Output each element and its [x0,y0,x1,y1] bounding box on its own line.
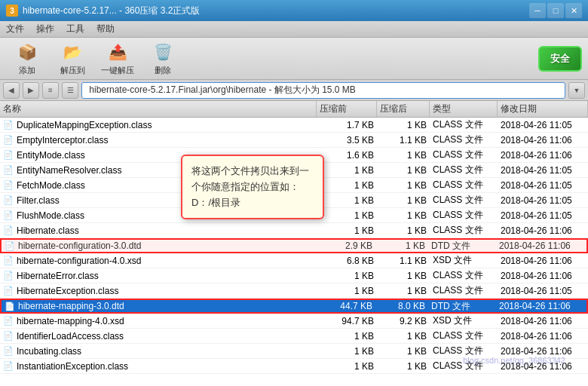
maximize-button[interactable]: □ [547,3,564,18]
file-date: 2018-04-26 11:06 [498,150,588,161]
title-bar: 3 hibernate-core-5.2.17... - 360压缩 3.2正式… [0,0,588,21]
window-controls[interactable]: ─ □ ✕ [529,3,582,18]
list-view-button[interactable]: ≡ [42,82,59,99]
menu-item-tools[interactable]: 工具 [66,23,84,35]
file-size-before: 1 KB [317,271,377,281]
file-size-after: 1.1 KB [377,256,430,266]
minimize-button[interactable]: ─ [529,3,546,18]
file-date: 2018-04-26 11:05 [498,195,588,206]
address-dropdown[interactable]: ▼ [568,82,585,99]
file-size-after: 1 KB [377,120,430,130]
file-icon: 📄 [3,135,14,145]
file-date: 2018-04-26 11:06 [496,240,586,251]
close-button[interactable]: ✕ [565,3,582,18]
file-size-before: 1.6 KB [317,150,377,161]
file-name: 📄 IdentifierLoadAccess.class [0,331,317,342]
file-icon: 📄 [3,331,14,341]
file-size-before: 94.7 KB [317,316,377,326]
delete-icon: 🗑️ [151,41,175,63]
extract-to-label: 解压到 [60,65,85,76]
file-type: CLASS 文件 [430,164,498,176]
add-button[interactable]: 📦 添加 [6,41,48,77]
menu-item-help[interactable]: 帮助 [96,23,115,35]
file-size-before: 1 KB [317,331,377,342]
file-date: 2018-04-26 11:05 [498,210,588,221]
file-name: 📄 hibernate-configuration-4.0.xsd [0,256,317,266]
file-size-after: 1 KB [377,180,430,191]
file-icon: 📄 [3,225,14,235]
file-row[interactable]: 📄 Hibernate.class 1 KB 1 KB CLASS 文件 201… [0,223,588,238]
one-click-extract-icon: 📤 [106,41,130,63]
file-size-after: 1 KB [377,195,430,206]
col-date[interactable]: 修改日期 [498,101,588,117]
file-type: CLASS 文件 [430,224,498,237]
file-date: 2018-04-26 11:06 [496,301,586,311]
file-type: CLASS 文件 [430,179,498,191]
add-icon: 📦 [15,41,39,63]
col-after[interactable]: 压缩后 [377,101,430,117]
file-date: 2018-04-26 11:06 [498,346,588,357]
file-name: 📄 DuplicateMappingException.class [0,120,317,130]
delete-button[interactable]: 🗑️ 删除 [142,41,184,77]
file-row[interactable]: 📄 hibernate-configuration-4.0.xsd 6.8 KB… [0,253,588,268]
toolbar: 📦 添加 📂 解压到 📤 一键解压 🗑️ 删除 安全 [0,38,588,80]
file-type: CLASS 文件 [430,269,498,282]
forward-button[interactable]: ▶ [23,82,39,99]
col-name[interactable]: 名称 [0,101,317,117]
file-row[interactable]: 📄 HibernateError.class 1 KB 1 KB CLASS 文… [0,268,588,283]
file-icon: 📄 [3,346,14,356]
file-size-before: 1 KB [317,195,377,206]
file-row[interactable]: 📄 hibernate-configuration-3.0.dtd 2.9 KB… [0,238,588,253]
file-type: XSD 文件 [430,254,498,267]
extract-to-icon: 📂 [60,41,84,63]
file-row[interactable]: 📄 hibernate-mapping-3.0.dtd 44.7 KB 8.0 … [0,299,588,314]
file-size-before: 3.5 KB [317,135,377,146]
menu-item-file[interactable]: 文件 [6,23,24,35]
file-size-after: 1 KB [377,165,430,176]
file-size-before: 6.8 KB [317,256,377,266]
file-size-after: 1 KB [377,271,430,281]
file-type: CLASS 文件 [430,329,498,342]
one-click-extract-label: 一键解压 [101,65,134,76]
file-size-after: 1 KB [377,361,430,372]
file-icon: 📄 [3,195,14,205]
file-icon: 📄 [3,120,14,130]
add-label: 添加 [19,65,35,76]
file-row[interactable]: 📄 IdentifierLoadAccess.class 1 KB 1 KB C… [0,329,588,344]
file-row[interactable]: 📄 hibernate-mapping-4.0.xsd 94.7 KB 9.2 … [0,314,588,329]
file-icon: 📄 [3,361,14,371]
file-size-after: 1 KB [377,150,430,161]
app-icon: 3 [6,5,18,17]
col-type[interactable]: 类型 [430,101,498,117]
one-click-extract-button[interactable]: 📤 一键解压 [96,41,139,77]
file-date: 2018-04-26 11:06 [498,316,588,326]
file-name: 📄 Hibernate.class [0,225,317,236]
file-size-after: 1.1 KB [377,135,430,146]
file-date: 2018-04-26 11:05 [498,120,588,130]
col-before[interactable]: 压缩前 [317,101,377,117]
menu-item-operation[interactable]: 操作 [36,23,54,35]
file-size-before: 1 KB [317,165,377,176]
extract-to-button[interactable]: 📂 解压到 [51,41,93,77]
file-date: 2018-04-26 11:06 [498,331,588,342]
file-icon: 📄 [3,210,14,220]
file-icon: 📄 [3,256,14,265]
file-date: 2018-04-26 11:05 [498,180,588,191]
grid-view-button[interactable]: ☰ [62,82,78,99]
file-size-before: 1 KB [317,180,377,191]
file-date: 2018-04-26 11:06 [498,225,588,236]
file-row[interactable]: 📄 DuplicateMappingException.class 1.7 KB… [0,118,588,133]
file-row[interactable]: 📄 EmptyInterceptor.class 3.5 KB 1.1 KB C… [0,133,588,148]
file-icon: 📄 [5,302,15,311]
file-name: 📄 hibernate-mapping-4.0.xsd [0,316,317,326]
file-size-before: 1 KB [317,346,377,357]
file-size-after: 8.0 KB [375,301,428,311]
file-size-after: 9.2 KB [377,316,430,326]
file-row[interactable]: 📄 HibernateException.class 1 KB 1 KB CLA… [0,283,588,299]
address-input[interactable] [81,82,565,99]
file-size-before: 1 KB [317,361,377,372]
file-icon: 📄 [3,180,14,190]
file-size-before: 1 KB [317,225,377,236]
file-size-after: 1 KB [377,210,430,221]
back-button[interactable]: ◀ [3,82,20,99]
